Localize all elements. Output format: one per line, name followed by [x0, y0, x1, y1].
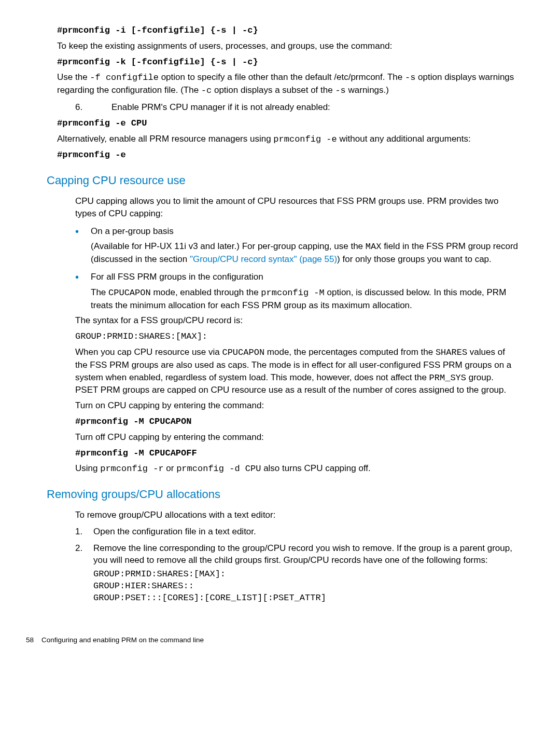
- cmd-prmconfig-i: #prmconfig -i [-fconfigfile] {-s | -c}: [57, 25, 258, 35]
- cmd-prmconfig-e: #prmconfig -e: [57, 150, 126, 160]
- text-keep-existing: To keep the existing assignments of user…: [57, 40, 519, 52]
- step-1-text: Open the configuration file in a text ed…: [93, 526, 256, 538]
- cmd-prmconfig-k: #prmconfig -k [-fconfigfile] {-s | -c}: [57, 57, 258, 67]
- page-footer: 58 Configuring and enabling PRM on the c…: [26, 636, 519, 645]
- link-group-cpu-record-syntax[interactable]: "Group/CPU record syntax" (page 55): [190, 254, 337, 264]
- bullet-icon: •: [75, 271, 91, 283]
- step-number-6: 6.: [75, 101, 111, 114]
- cmd-cpucapoff: #prmconfig -M CPUCAPOFF: [75, 448, 197, 458]
- text-turn-on: Turn on CPU capping by entering the comm…: [75, 399, 519, 412]
- text-syntax-label: The syntax for a FSS group/CPU record is…: [75, 314, 519, 327]
- text-using-r-d: Using prmconfig -r or prmconfig -d CPU a…: [75, 462, 519, 475]
- cmd-cpucapon: #prmconfig -M CPUCAPON: [75, 417, 191, 426]
- step-number-1: 1.: [75, 526, 93, 538]
- bullet-icon: •: [75, 225, 91, 238]
- text-alternatively: Alternatively, enable all PRM resource m…: [57, 133, 519, 146]
- step-number-2: 2.: [75, 542, 93, 567]
- text-remove-intro: To remove group/CPU allocations with a t…: [75, 509, 519, 521]
- heading-capping-cpu: Capping CPU resource use: [47, 173, 519, 189]
- text-cpu-capping-intro: CPU capping allows you to limit the amou…: [75, 195, 519, 220]
- step-6-text: Enable PRM's CPU manager if it is not al…: [111, 101, 330, 114]
- code-group-forms: GROUP:PRMID:SHARES:[MAX]: GROUP:HIER:SHA…: [93, 569, 519, 604]
- code-syntax: GROUP:PRMID:SHARES:[MAX]:: [75, 331, 207, 341]
- page-number: 58: [26, 636, 34, 644]
- step-2-text: Remove the line corresponding to the gro…: [93, 542, 519, 567]
- text-per-group-detail: (Available for HP-UX 11i v3 and later.) …: [91, 240, 519, 266]
- text-all-fss-detail: The CPUCAPON mode, enabled through the p…: [91, 286, 519, 312]
- bullet-per-group: On a per-group basis: [91, 225, 174, 238]
- heading-removing-groups: Removing groups/CPU allocations: [47, 487, 519, 503]
- footer-label: Configuring and enabling PRM on the comm…: [41, 636, 204, 644]
- text-turn-off: Turn off CPU capping by entering the com…: [75, 431, 519, 444]
- text-cpucapon-para: When you cap CPU resource use via CPUCAP…: [75, 346, 519, 396]
- cmd-prmconfig-e-cpu: #prmconfig -e CPU: [57, 118, 147, 128]
- text-use-f-option: Use the -f configfile option to specify …: [57, 71, 519, 97]
- bullet-all-fss: For all FSS PRM groups in the configurat…: [91, 271, 263, 283]
